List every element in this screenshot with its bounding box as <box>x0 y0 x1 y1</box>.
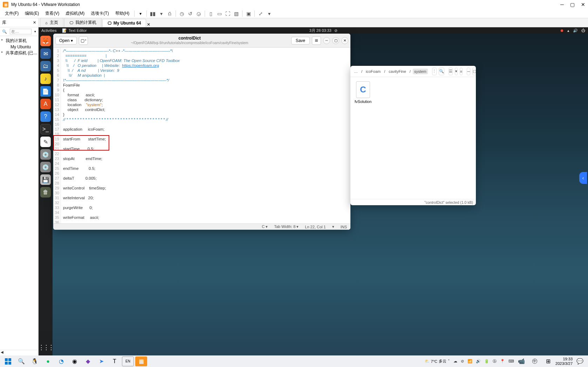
tree-ubuntu[interactable]: My Ubuntu <box>1 44 37 50</box>
dock-terminal-icon[interactable]: >_ <box>40 124 51 134</box>
text-app-icon[interactable]: T <box>109 356 121 366</box>
new-tab-button[interactable]: ▢⁺ <box>79 36 88 45</box>
battery-icon[interactable]: 🔋 <box>484 359 489 363</box>
menu-vm[interactable]: 虚拟机(M) <box>63 10 87 17</box>
overwrite-dropdown[interactable]: ▾ <box>332 224 334 229</box>
ins-mode[interactable]: INS <box>341 225 347 229</box>
crumb-ellipsis[interactable]: … <box>353 69 359 74</box>
app-purple-icon[interactable]: ◆ <box>82 356 94 366</box>
scroll-left-icon[interactable]: ◀ <box>1 350 4 355</box>
dock-office-icon[interactable]: 📄 <box>40 86 51 97</box>
nautilus-maximize-button[interactable]: ▢ <box>472 68 476 75</box>
menu-edit[interactable]: 编辑(E) <box>22 10 42 17</box>
notifications-icon[interactable]: 💬 <box>574 356 586 366</box>
tab-home[interactable]: ⌂ 主页 <box>40 18 63 27</box>
pause-icon[interactable]: ▮▮ <box>149 10 157 18</box>
ime-indicator[interactable]: EN <box>122 356 134 366</box>
lang-selector[interactable]: C ▾ <box>262 224 268 229</box>
dock-appgrid-icon[interactable]: ⋮⋮⋮ <box>40 342 51 353</box>
unity-icon[interactable]: ▧ <box>232 10 240 18</box>
gedit-maximize-button[interactable]: ▢ <box>332 37 339 44</box>
chrome-icon[interactable]: ◉ <box>69 356 81 366</box>
view-dropdown-button[interactable]: ▾ <box>455 68 458 75</box>
play-dropdown-icon[interactable]: ▾ <box>157 10 165 18</box>
dock-trash-icon[interactable]: 🗑 <box>40 187 51 198</box>
widgets-chevron-icon[interactable]: ‹ <box>579 172 587 184</box>
hamburger-button[interactable]: ≡ <box>460 68 463 75</box>
hamburger-button[interactable]: ≡ <box>312 36 321 45</box>
activities-button[interactable]: Activities <box>41 28 56 33</box>
save-button[interactable]: Save <box>291 37 310 44</box>
dock-files-icon[interactable]: 🗂 <box>40 61 51 71</box>
crumb-system[interactable]: system <box>413 69 428 74</box>
fullscreen-icon[interactable]: ⛶ <box>224 10 232 18</box>
gedit-close-button[interactable]: ✕ <box>341 37 348 44</box>
menu-view[interactable]: 查看(V) <box>42 10 62 17</box>
snapshot-icon[interactable]: ◷ <box>178 10 186 18</box>
tree-root[interactable]: 我的计算机 <box>1 37 37 44</box>
layout1-icon[interactable]: ▯ <box>207 10 215 18</box>
search-input[interactable] <box>10 29 32 34</box>
openfoam-link[interactable]: https://openfoam.org <box>122 63 159 68</box>
do-not-disturb-icon[interactable]: ⊘ <box>334 28 337 33</box>
app-indicator[interactable]: 📝 Text Editor <box>62 28 87 33</box>
dock-software-icon[interactable]: A <box>40 99 51 109</box>
path-menu-button[interactable]: ⋮ <box>432 68 437 75</box>
gedit-minimize-button[interactable]: ─ <box>323 37 330 44</box>
close-tab-icon[interactable]: ✕ <box>147 22 150 27</box>
taskbar-clock[interactable]: 19:33 2023/3/27 <box>555 357 573 366</box>
search-button[interactable]: 🔍 <box>15 356 27 366</box>
crumb-cavityfine[interactable]: cavityFine <box>387 69 408 74</box>
maximize-button[interactable]: ▢ <box>570 2 575 7</box>
location-icon[interactable]: 📍 <box>500 359 505 363</box>
menu-tabs[interactable]: 选项卡(T) <box>88 10 111 17</box>
send-ctrlaltdel-icon[interactable]: ⎙ <box>166 10 173 18</box>
tabwidth-selector[interactable]: Tab Width: 8 ▾ <box>274 224 299 229</box>
open-button[interactable]: Open ▾ <box>55 37 77 44</box>
snapshot-mgr-icon[interactable]: ◶ <box>195 10 203 18</box>
wechat-icon[interactable]: ● <box>42 356 54 366</box>
dock-thunderbird-icon[interactable]: ✉ <box>40 48 51 59</box>
vmware-taskbar-icon[interactable]: ▦ <box>135 356 147 366</box>
search-button[interactable]: 🔍 <box>439 68 444 75</box>
search-dropdown-icon[interactable]: ▾ <box>34 30 36 33</box>
quickswitch-icon[interactable]: ▣ <box>245 10 252 18</box>
stretch-icon[interactable]: ⤢ <box>257 10 265 18</box>
ubuntu-clock[interactable]: 3月 28 03:33 <box>309 28 331 33</box>
meet-now-icon[interactable]: 📹 <box>515 356 527 366</box>
dock-firefox-icon[interactable]: 🦊 <box>40 36 51 46</box>
dock-disk1-icon[interactable]: 💿 <box>40 149 51 160</box>
weather-widget[interactable]: ⛅ 7°C 多云 <box>425 359 446 364</box>
wifi-icon[interactable]: 📶 <box>467 359 472 363</box>
sound-icon[interactable]: 🔊 <box>476 359 481 363</box>
layout2-icon[interactable]: ▭ <box>216 10 223 18</box>
revert-icon[interactable]: ↺ <box>186 10 194 18</box>
minimize-button[interactable]: ─ <box>560 2 564 7</box>
dock-help-icon[interactable]: ? <box>40 111 51 122</box>
bluetooth-icon[interactable]: ⓑ <box>493 359 497 364</box>
dock-disk2-icon[interactable]: 💿 <box>40 162 51 172</box>
menu-file[interactable]: 文件(F) <box>2 10 21 17</box>
tray-chevron-icon[interactable]: ˄ <box>448 359 450 363</box>
keyboard-icon[interactable]: ⌨ <box>508 359 514 363</box>
crumb-icofoam[interactable]: icoFoam <box>364 69 382 74</box>
qq-icon[interactable]: 🐧 <box>29 356 41 366</box>
file-fvsolution[interactable]: C fvSolution <box>355 81 371 104</box>
view-list-button[interactable]: ☰ <box>449 68 453 75</box>
edge-icon[interactable]: ◔ <box>55 356 67 366</box>
stretch-dropdown[interactable]: ▾ <box>265 10 273 18</box>
tablet-mode-icon[interactable]: ⊞ <box>542 356 554 366</box>
gedit-editor[interactable]: 1 2 3 4 5 6 7 8 9 10 11 12 13 14 15 16 1… <box>53 48 350 223</box>
tab-ubuntu[interactable]: 🖵 My Ubuntu 64 <box>102 19 146 27</box>
menu-help[interactable]: 帮助(H) <box>112 10 132 17</box>
dock-rhythmbox-icon[interactable]: ♪ <box>40 74 51 84</box>
dock-usb-icon[interactable]: 💾 <box>40 174 51 185</box>
volume-icon[interactable]: 🔊 <box>573 28 578 33</box>
close-panel-icon[interactable]: ✕ <box>33 20 36 25</box>
app-blue-icon[interactable]: ➤ <box>95 356 107 366</box>
dock-editor-icon[interactable]: ✎ <box>40 137 51 147</box>
start-button[interactable] <box>2 356 14 366</box>
menu-open-dropdown[interactable]: ▾ <box>137 11 144 17</box>
network-icon[interactable]: ▴ <box>567 28 569 33</box>
vm-screen[interactable]: Activities 📝 Text Editor 3月 28 03:33 ⊘ ⏺… <box>39 27 588 355</box>
